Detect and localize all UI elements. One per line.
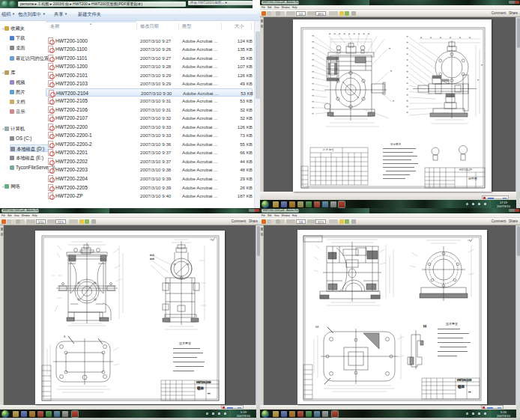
svg-text:要求: 要求 bbox=[150, 258, 154, 261]
svg-text:箱体: 箱体 bbox=[197, 386, 205, 390]
svg-text:技术要求: 技术要求 bbox=[178, 341, 191, 345]
svg-text:部件图: 部件图 bbox=[468, 177, 477, 180]
svg-text:技 术 特 性: 技 术 特 性 bbox=[323, 148, 334, 151]
svg-text:1:2: 1:2 bbox=[208, 392, 211, 395]
svg-text:△: △ bbox=[64, 335, 66, 338]
svg-text:1:1: 1:1 bbox=[423, 325, 427, 328]
svg-text:技术要求: 技术要求 bbox=[445, 322, 458, 326]
svg-text:技术: 技术 bbox=[150, 254, 154, 257]
svg-text:HWT200-1100: HWT200-1100 bbox=[457, 379, 472, 382]
svg-text:技术要求: 技术要求 bbox=[390, 143, 402, 146]
svg-text:1:2: 1:2 bbox=[468, 391, 471, 393]
svg-text:HWT200-1000: HWT200-1000 bbox=[196, 381, 211, 384]
svg-text:箱盖: 箱盖 bbox=[458, 384, 465, 389]
svg-text:HWT200-ZP: HWT200-ZP bbox=[459, 168, 472, 171]
svg-text:△△: △△ bbox=[315, 325, 319, 328]
